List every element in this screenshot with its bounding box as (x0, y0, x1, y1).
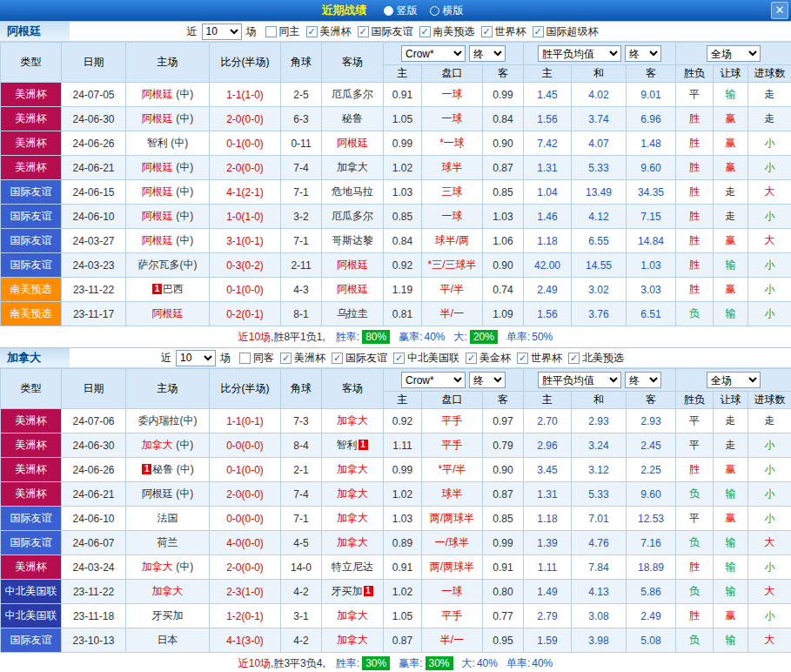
avg-away-cell: 9.01 (627, 83, 676, 107)
corner-cell: 3-1 (281, 604, 322, 628)
avg-time-select[interactable]: 终 (625, 45, 661, 62)
score-cell: 0-1(0-0) (210, 131, 281, 156)
layout-radio-horizontal[interactable]: 横版 (430, 3, 464, 18)
avg-home-cell: 1.59 (524, 628, 572, 653)
filter-competition-checkbox[interactable]: ✓中北美国联 (393, 351, 459, 366)
team-name: 牙买加 (332, 585, 363, 597)
odds-time-select[interactable]: 终 (469, 45, 506, 62)
goals-result-cell: 小 (748, 458, 791, 482)
home-odds-cell: 0.92 (384, 409, 422, 433)
avg-odds-header: 胜平负均值终 (524, 369, 676, 392)
table-row: 美洲杯24-03-24加拿大 (中)2-0(0-0)14-0特立尼达0.91两/… (1, 555, 791, 580)
filter-same-side-checkbox[interactable]: 同主 (265, 24, 300, 39)
odds-source-select[interactable]: Crow* (401, 45, 466, 62)
type-cell: 南美预选 (1, 278, 62, 302)
team-name: 加拿大 (337, 161, 368, 173)
odds-source-header: Crow*终 (384, 43, 524, 65)
filter-competition-checkbox[interactable]: ✓国际友谊 (332, 351, 387, 366)
odds-time-select[interactable]: 终 (469, 372, 506, 388)
scope-select[interactable]: 全场 (707, 372, 761, 388)
col-avg-draw: 和 (572, 65, 627, 83)
close-icon[interactable]: ✕ (771, 2, 788, 19)
home-odds-cell: 1.05 (384, 107, 422, 131)
filter-bar: 近10场同客✓美洲杯✓国际友谊✓中北美国联✓美金杯✓世界杯✓北美预选 (70, 348, 713, 367)
home-odds-cell: 1.02 (384, 580, 422, 604)
col-type: 类型 (1, 369, 62, 409)
filter-competition-checkbox[interactable]: ✓美洲杯 (306, 24, 352, 39)
date-cell: 24-06-10 (62, 507, 126, 531)
recent-count-select[interactable]: 10 (202, 24, 242, 40)
filter-competition-checkbox[interactable]: ✓世界杯 (517, 351, 562, 366)
home-team-cell: 阿根廷 (中) (126, 83, 210, 107)
home-odds-cell: 1.03 (384, 180, 422, 205)
team-name: 阿根廷 (142, 234, 173, 246)
filter-competition-checkbox[interactable]: ✓国际友谊 (358, 24, 413, 39)
filter-competition-checkbox[interactable]: ✓美金杯 (466, 351, 511, 366)
handicap-cell: *平/半 (422, 458, 483, 482)
handicap-result-cell: 赢 (714, 458, 748, 482)
summary-bar: 近10场,胜3平3负4,胜率:30%赢率:30%大:40%单率:40% (0, 653, 791, 672)
avg-draw-cell: 4.02 (572, 83, 627, 107)
date-cell: 24-06-26 (62, 458, 126, 482)
handicap-cell: 平手 (422, 433, 483, 458)
avg-odds-select[interactable]: 胜平负均值 (538, 45, 621, 62)
summary-stat-label: 单率: (506, 330, 530, 345)
summary-stat-value: 40% (425, 331, 446, 343)
layout-radio-vertical[interactable]: 竖版 (384, 3, 418, 18)
avg-away-cell: 9.60 (627, 482, 676, 507)
avg-odds-select[interactable]: 胜平负均值 (538, 372, 621, 388)
col-avg-home: 主 (524, 65, 572, 83)
filter-competition-checkbox[interactable]: ✓南美预选 (419, 24, 475, 39)
result-cell: 负 (676, 628, 714, 653)
handicap-result-cell: 输 (714, 555, 748, 580)
avg-time-select[interactable]: 终 (625, 372, 661, 388)
team-name: 加拿大 (337, 463, 368, 475)
away-team-cell: 加拿大 (322, 482, 384, 507)
date-cell: 24-06-21 (62, 156, 126, 180)
corner-cell: 7-3 (281, 409, 322, 433)
score-cell: 4-1(3-0) (210, 628, 281, 653)
checkbox-label: 世界杯 (495, 24, 526, 39)
filter-competition-checkbox[interactable]: ✓世界杯 (481, 24, 526, 39)
home-odds-cell: 0.84 (384, 229, 422, 253)
scope-select[interactable]: 全场 (707, 45, 761, 62)
neutral-venue-mark: (中) (173, 185, 193, 198)
type-cell: 美洲杯 (1, 458, 62, 482)
handicap-result-cell: 输 (714, 580, 748, 604)
filter-same-side-checkbox[interactable]: 同客 (239, 351, 274, 366)
avg-draw-cell: 13.49 (572, 180, 627, 205)
col-home: 主场 (126, 43, 210, 83)
summary-stat-label: 赢率: (399, 656, 422, 671)
radio-unselected-icon (430, 6, 439, 16)
team-name: 阿根廷 (337, 259, 368, 271)
score-cell: 2-0(0-0) (210, 156, 281, 180)
filter-competition-checkbox[interactable]: ✓美洲杯 (280, 351, 325, 366)
handicap-cell: 半/一 (422, 628, 483, 653)
avg-draw-cell: 3.02 (572, 278, 627, 302)
summary-stat-label: 赢率: (399, 330, 422, 345)
home-odds-cell: 0.99 (384, 458, 422, 482)
type-cell: 美洲杯 (1, 156, 62, 180)
recent-count-select[interactable]: 10 (176, 350, 216, 366)
filter-competition-checkbox[interactable]: ✓国际超级杯 (533, 24, 599, 39)
filter-competition-checkbox[interactable]: ✓北美预选 (568, 351, 624, 366)
matches-table: 类型 日期 主场 比分(半场) 角球 客场 Crow*终 胜平负均值终 全场 主… (0, 368, 791, 653)
checkbox-checked-icon: ✓ (332, 353, 343, 364)
goals-result-cell: 走 (748, 107, 791, 131)
result-cell: 胜 (676, 205, 714, 229)
avg-home-cell: 42.00 (524, 253, 572, 278)
team-name: 厄瓜多尔 (332, 88, 373, 100)
away-odds-cell: 0.84 (483, 107, 524, 131)
date-cell: 24-03-23 (62, 253, 126, 278)
table-row: 国际友谊24-06-10阿根廷 (中)1-0(1-0)3-2厄瓜多尔0.85一球… (1, 205, 791, 229)
col-score: 比分(半场) (210, 369, 281, 409)
home-team-cell: 智利 (中) (126, 131, 210, 156)
home-odds-cell: 0.91 (384, 83, 422, 107)
score-cell: 0-0(0-0) (210, 433, 281, 458)
odds-source-select[interactable]: Crow* (401, 372, 466, 388)
avg-home-cell: 1.18 (524, 507, 572, 531)
col-date: 日期 (62, 369, 126, 409)
date-cell: 24-03-24 (62, 555, 126, 580)
away-odds-cell: 0.91 (483, 555, 524, 580)
corner-cell: 2-11 (281, 253, 322, 278)
